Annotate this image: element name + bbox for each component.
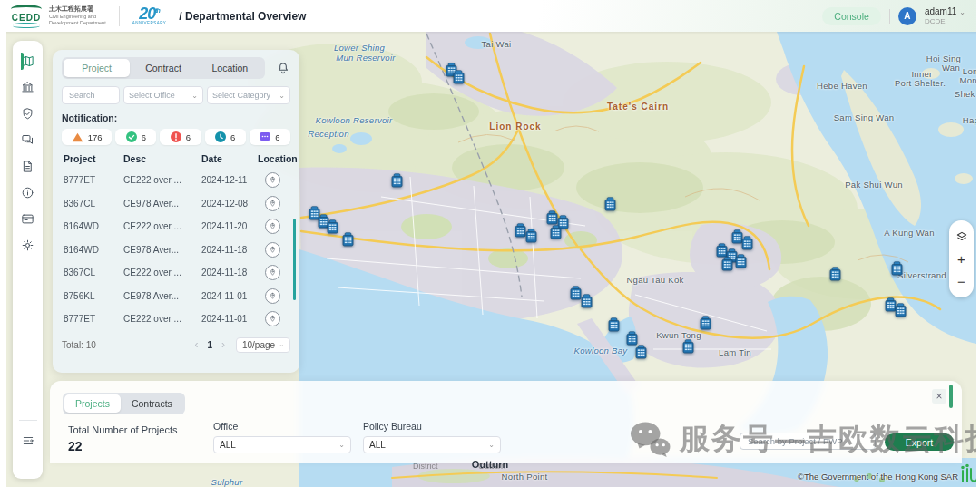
close-panel-icon[interactable]: ×	[932, 389, 946, 404]
project-marker[interactable]	[604, 197, 616, 211]
cell-desc: CE222 over ...	[123, 314, 201, 324]
project-marker[interactable]	[741, 236, 753, 250]
office-select[interactable]: ALL ⌄	[213, 436, 351, 453]
notification-badge-warning[interactable]: 176	[62, 129, 112, 145]
tab-location[interactable]: Location	[197, 59, 263, 77]
notification-badge-pending[interactable]: 6	[205, 129, 246, 145]
map-attribution: ©The Government of the Hong Kong SAR	[798, 472, 958, 482]
cell-date: 2024-12-11	[201, 175, 258, 185]
pagination-total: Total: 10	[62, 340, 96, 350]
avatar[interactable]: A	[898, 7, 916, 25]
layers-icon[interactable]	[949, 225, 974, 248]
prev-page-button[interactable]: ‹	[192, 338, 200, 351]
table-row[interactable]: 8164WDCE978 Aver...2024-11-18	[62, 239, 290, 262]
row-location-button[interactable]	[265, 265, 280, 280]
project-marker[interactable]	[895, 303, 906, 317]
sidebar-item-messages[interactable]	[21, 127, 34, 153]
sidebar-item-organization[interactable]	[21, 74, 34, 101]
tab-contracts[interactable]: Contracts	[121, 394, 183, 413]
notification-label: Notification:	[62, 112, 290, 123]
map-label: Mun Reservoir	[336, 53, 396, 63]
badge-count: 176	[88, 132, 103, 142]
table-row[interactable]: 8777ETCE222 over ...2024-11-01	[62, 307, 290, 331]
search-input[interactable]	[67, 90, 114, 101]
user-menu[interactable]: adam11⌄ DCDE	[925, 6, 965, 26]
cell-project: 8367CL	[64, 199, 123, 209]
table-row[interactable]: 8756KLCE978 Aver...2024-11-01	[62, 285, 290, 308]
bell-icon[interactable]	[276, 61, 290, 75]
table-row[interactable]: 8777ETCE222 over ...2024-12-11	[62, 169, 290, 192]
project-marker[interactable]	[391, 173, 403, 188]
tab-project[interactable]: Project	[64, 59, 130, 77]
next-page-button[interactable]: ›	[220, 338, 227, 351]
anniversary-logo: 20th ANNIVERSARY	[132, 5, 167, 26]
panel-tabs: Project Contract Location	[62, 57, 265, 79]
table-row[interactable]: 8367CLCE222 over ...2024-11-18	[62, 261, 290, 285]
project-search-input[interactable]	[746, 435, 869, 447]
zoom-out-button[interactable]: −	[949, 270, 974, 293]
row-location-button[interactable]	[265, 219, 280, 234]
sidebar-item-id-card[interactable]	[21, 206, 34, 232]
project-marker[interactable]	[721, 257, 733, 271]
table-row[interactable]: 8367CLCE978 Aver...2024-12-08	[62, 192, 290, 216]
console-button[interactable]: Console	[822, 7, 881, 25]
map-label: Mong	[960, 75, 980, 85]
sidebar-item-documents[interactable]	[21, 153, 34, 180]
project-marker[interactable]	[327, 219, 338, 234]
pagination: Total: 10 ‹ 1 › 10/page ⌄	[62, 337, 290, 353]
row-location-button[interactable]	[265, 311, 280, 326]
row-location-button[interactable]	[265, 172, 280, 188]
page-number[interactable]: 1	[207, 340, 212, 350]
project-marker[interactable]	[682, 339, 694, 354]
top-header: CEDD 土木工程拓展署 Civil Engineering and Devel…	[0, 0, 980, 32]
select-office[interactable]: Select Office ⌄	[123, 86, 203, 104]
cell-project: 8777ET	[64, 314, 123, 324]
project-marker[interactable]	[342, 232, 354, 247]
warning-icon	[72, 132, 83, 142]
policy-bureau-select[interactable]: ALL ⌄	[363, 436, 501, 453]
partial-label: District	[413, 462, 438, 471]
zoom-in-button[interactable]: +	[949, 248, 974, 270]
partial-label: Outturn	[478, 462, 505, 471]
sidebar-item-settings[interactable]	[21, 232, 34, 258]
project-marker[interactable]	[626, 331, 638, 346]
table-row[interactable]: 8164WDCE222 over ...2024-11-20	[62, 215, 290, 239]
project-marker[interactable]	[891, 261, 903, 276]
total-projects-stat: Total Number of Projects 22	[68, 424, 177, 453]
page-title: / Departmental Overview	[179, 10, 306, 23]
project-marker[interactable]	[453, 70, 465, 84]
map-label: Reception	[308, 129, 348, 139]
cell-desc: CE978 Aver...	[123, 291, 201, 301]
map-label: Sam Sing Wan	[834, 112, 895, 122]
project-marker[interactable]	[829, 267, 841, 281]
project-marker[interactable]	[581, 294, 593, 308]
sidebar-item-info[interactable]	[21, 180, 34, 206]
project-marker[interactable]	[735, 254, 747, 268]
scrollbar-thumb[interactable]	[293, 219, 296, 300]
badge-count: 6	[186, 132, 191, 142]
tab-contract[interactable]: Contract	[130, 59, 196, 77]
cell-desc: CE978 Aver...	[123, 245, 201, 255]
project-marker[interactable]	[550, 225, 562, 239]
sidebar-item-shield[interactable]	[21, 101, 34, 127]
row-location-button[interactable]	[265, 242, 280, 258]
chevron-down-icon: ⌄	[488, 441, 495, 449]
collapse-sidebar-icon[interactable]	[13, 428, 43, 453]
project-marker[interactable]	[700, 316, 711, 330]
row-location-button[interactable]	[265, 288, 280, 304]
page-size-select[interactable]: 10/page ⌄	[236, 337, 290, 353]
project-marker[interactable]	[635, 345, 647, 359]
project-marker[interactable]	[525, 229, 537, 243]
tab-projects[interactable]: Projects	[64, 394, 121, 413]
chevron-down-icon: ⌄	[279, 341, 284, 348]
notification-badge-message[interactable]: 6	[250, 129, 290, 145]
notification-badge-success[interactable]: 6	[115, 129, 156, 145]
sidebar-item-map[interactable]	[21, 48, 34, 74]
export-button[interactable]: Export	[885, 433, 954, 451]
row-location-button[interactable]	[265, 196, 280, 211]
select-category[interactable]: Select Category ⌄	[207, 86, 290, 104]
notification-badge-alert[interactable]: 6	[160, 129, 201, 145]
message-icon	[260, 131, 270, 142]
project-marker[interactable]	[608, 317, 620, 332]
panel-handle[interactable]	[949, 385, 953, 408]
